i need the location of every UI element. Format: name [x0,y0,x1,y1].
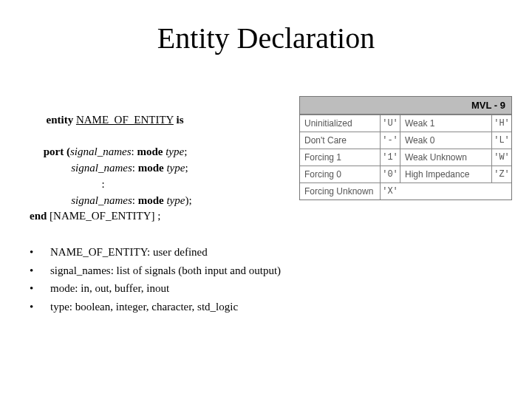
sig-1: signal_names [70,146,132,157]
cell-label: Weak 0 [400,132,492,149]
cell-sym: 'Z' [492,166,511,183]
kw-mode-3: mode [138,194,164,206]
cell-sym: '1' [381,149,400,166]
bullet-icon: • [30,262,50,279]
cell-sym: '0' [381,166,400,183]
cell-sym: 'U' [381,115,400,132]
cell-label: Uninitialized [300,115,381,132]
table-row: Forcing Unknown 'X' [300,183,511,200]
table-header-row: MVL - 9 [300,97,511,115]
sig-3: signal_names [71,194,132,206]
kw-mode-1: mode [137,146,163,157]
table-row: Forcing 1 '1' Weak Unknown 'W' [300,149,511,166]
bullet-text: type: boolean, integer, character, std_l… [50,299,303,316]
close-paren: ); [185,194,191,206]
list-item: • signal_names: list of signals (both in… [30,262,303,279]
table-row: Uninitialized 'U' Weak 1 'H' [300,115,511,132]
bullet-text: signal_names: list of signals (both inpu… [50,262,303,279]
bullet-text: NAME_OF_ENTITY: user defined [50,244,303,261]
cell-label: High Impedance [400,166,492,183]
semi-1: ; [184,146,187,157]
kw-is: is [177,114,184,126]
list-item: • NAME_OF_ENTITY: user defined [30,244,303,261]
bullet-list: • NAME_OF_ENTITY: user defined • signal_… [30,244,303,316]
sig-2: signal_names [71,162,132,174]
cell-sym: 'H' [492,115,511,132]
cell-empty [400,183,511,200]
cell-label: Weak Unknown [400,149,492,166]
bullet-text: mode: in, out, buffer, inout [50,280,303,297]
kw-entity: entity [47,114,74,126]
semi-2: ; [185,162,188,174]
kw-mode-2: mode [138,162,164,174]
cell-label: Weak 1 [400,115,492,132]
slide-title: Entity Declaration [0,21,532,55]
kw-type-2: type [166,162,185,174]
cell-label: Forcing 1 [300,149,381,166]
cell-label: Don't Care [300,132,381,149]
bullet-icon: • [30,280,50,297]
list-item: • mode: in, out, buffer, inout [30,280,303,297]
cell-sym: 'X' [381,183,400,200]
table-header: MVL - 9 [300,97,511,114]
cell-label: Forcing 0 [300,166,381,183]
cell-label: Forcing Unknown [300,183,381,200]
end-bracket: [NAME_OF_ENTITY] ; [50,210,160,222]
syntax-block: entity NAME_OF_ENTITY is port (signal_na… [30,96,288,225]
cell-sym: 'W' [492,149,511,166]
bullet-icon: • [30,244,50,261]
kw-type-3: type [166,194,185,206]
kw-type-1: type [166,146,184,157]
colon-ellipsis: : [102,178,105,190]
entity-name: NAME_OF_ENTITY [76,114,174,126]
slide-root: Entity Declaration entity NAME_OF_ENTITY… [0,0,532,399]
cell-sym: 'L' [492,132,511,149]
list-item: • type: boolean, integer, character, std… [30,299,303,316]
bullet-icon: • [30,299,50,316]
kw-end: end [30,210,47,222]
mvl-table: MVL - 9 Uninitialized 'U' Weak 1 'H' Don… [299,96,512,200]
table-row: Don't Care '-' Weak 0 'L' [300,132,511,149]
kw-port: port ( [44,146,70,157]
table-row: Forcing 0 '0' High Impedance 'Z' [300,166,511,183]
cell-sym: '-' [381,132,400,149]
